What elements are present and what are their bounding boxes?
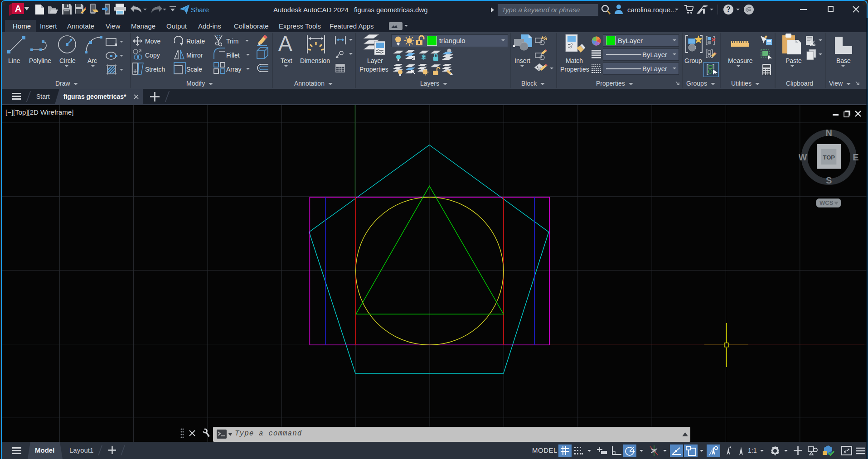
svg-text:N: N <box>825 128 832 138</box>
svg-text:W: W <box>799 152 807 162</box>
svg-text:S: S <box>826 175 832 185</box>
svg-text:TOP: TOP <box>823 154 835 161</box>
svg-text:E: E <box>853 152 858 162</box>
